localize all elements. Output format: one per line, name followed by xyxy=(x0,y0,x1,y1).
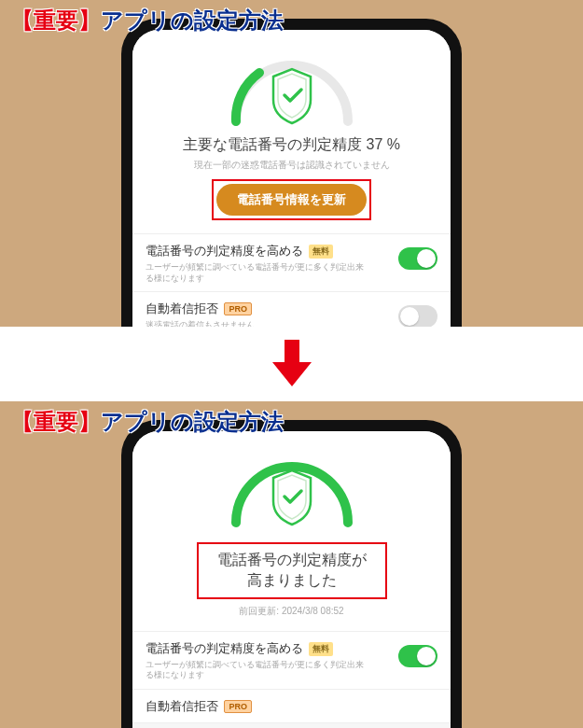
row-title: 電話番号の判定精度を高める xyxy=(146,243,303,259)
row-title: 自動着信拒否 xyxy=(146,301,218,317)
hero-after: 電話番号の判定精度が 高まりました 前回更新: 2024/3/8 08:52 xyxy=(132,431,451,632)
setting-row-accuracy[interactable]: 電話番号の判定精度を高める 無料 ユーザーが頻繁に調べている電話番号が更に多く判… xyxy=(132,234,451,292)
title-bracket-open: 【 xyxy=(11,7,34,33)
title-bracket-close: 】 xyxy=(78,7,101,33)
row-desc: ユーザーが頻繁に調べている電話番号が更に多く判定出来る様になります xyxy=(146,660,369,681)
before-panel: 【重要】アプリの設定方法 xyxy=(0,0,583,364)
toggle-accuracy[interactable] xyxy=(398,247,437,270)
title-important: 重要 xyxy=(34,7,78,33)
phone-frame-after: 電話番号の判定精度が 高まりました 前回更新: 2024/3/8 08:52 電… xyxy=(121,420,462,728)
row-desc: ユーザーが頻繁に調べている電話番号が更に多く判定出来る様になります xyxy=(146,262,369,284)
hero-before: 主要な電話番号の判定精度 37 % 現在一部の迷惑電話番号は認識されていません … xyxy=(132,30,451,234)
accuracy-subtext: 現在一部の迷惑電話番号は認識されていません xyxy=(142,159,441,172)
update-button-highlight: 電話番号情報を更新 xyxy=(212,179,371,220)
title-bracket-open: 【 xyxy=(11,409,34,434)
title-rest: アプリの設定方法 xyxy=(101,7,284,33)
toggle-autoreject[interactable] xyxy=(398,305,437,328)
badge-free: 無料 xyxy=(309,642,333,656)
divider-strip xyxy=(0,327,583,401)
success-message: 電話番号の判定精度が 高まりました xyxy=(197,542,387,599)
success-line2: 高まりました xyxy=(217,570,367,591)
row-title: 電話番号の判定精度を高める xyxy=(146,640,303,657)
accuracy-text: 主要な電話番号の判定精度 37 % xyxy=(142,135,441,155)
title-bracket-close: 】 xyxy=(78,409,101,434)
phone-frame-before: 主要な電話番号の判定精度 37 % 現在一部の迷惑電話番号は認識されていません … xyxy=(121,19,462,364)
title-overlay: 【重要】アプリの設定方法 xyxy=(11,407,284,437)
toggle-accuracy[interactable] xyxy=(398,645,437,667)
title-important: 重要 xyxy=(34,409,78,434)
row-title: 自動着信拒否 xyxy=(146,698,218,715)
after-panel: 【重要】アプリの設定方法 xyxy=(0,401,583,728)
shield-gauge xyxy=(142,47,441,126)
screen-before: 主要な電話番号の判定精度 37 % 現在一部の迷惑電話番号は認識されていません … xyxy=(132,30,451,364)
setting-row-autoreject[interactable]: 自動着信拒否 PRO xyxy=(132,690,451,723)
last-updated: 前回更新: 2024/3/8 08:52 xyxy=(142,605,441,618)
success-line1: 電話番号の判定精度が xyxy=(217,550,367,570)
setting-row-accuracy[interactable]: 電話番号の判定精度を高める 無料 ユーザーが頻繁に調べている電話番号が更に多く判… xyxy=(132,632,451,690)
title-overlay: 【重要】アプリの設定方法 xyxy=(11,6,284,35)
badge-pro: PRO xyxy=(224,302,252,315)
title-rest: アプリの設定方法 xyxy=(101,409,284,434)
arrow-down-icon xyxy=(269,338,315,390)
badge-pro: PRO xyxy=(224,700,252,713)
screen-after: 電話番号の判定精度が 高まりました 前回更新: 2024/3/8 08:52 電… xyxy=(132,431,451,728)
shield-gauge-full xyxy=(142,448,441,527)
update-button[interactable]: 電話番号情報を更新 xyxy=(216,184,367,216)
badge-free: 無料 xyxy=(309,245,333,259)
